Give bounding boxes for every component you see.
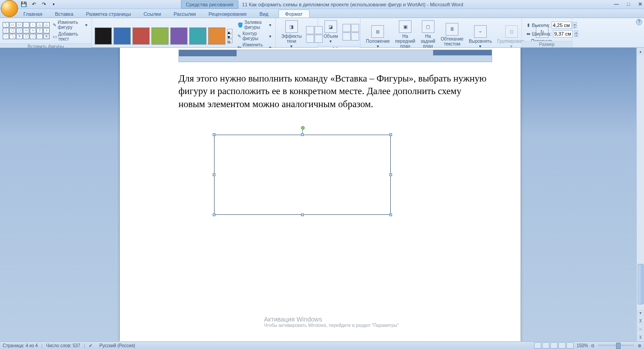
scroll-up-icon[interactable]: ▴ xyxy=(637,48,644,55)
next-page-icon[interactable]: ⊻ xyxy=(637,334,644,341)
swatch-black[interactable] xyxy=(95,27,112,45)
shape-fill-button[interactable]: 🪣 Заливка фигуры ▾ xyxy=(236,19,273,30)
edit-shape-button[interactable]: ✎ Изменить фигуру ▾ xyxy=(51,19,89,30)
wrap-icon: ≣ xyxy=(446,23,458,36)
ribbon: ? ╲▭▭○○△△ ◇⬠⬡⇨⇦⇧⇩ 〰╲↯⬠⬡○▾ ✎ Изменить фиг… xyxy=(0,18,644,48)
paragraph-text: Для этого нужно выполнить команду «Встав… xyxy=(178,72,489,110)
selected-shape[interactable] xyxy=(212,129,393,217)
vertical-scrollbar[interactable]: ▴ ▾ ⊼ ○ ⊻ xyxy=(636,48,644,341)
close-button[interactable]: ✕ xyxy=(638,1,642,7)
view-outline[interactable] xyxy=(558,342,566,349)
shape-outline-button[interactable]: ✎ Контур фигуры ▾ xyxy=(236,31,273,41)
tab-references[interactable]: Ссылки xyxy=(137,10,168,18)
view-draft[interactable] xyxy=(566,342,574,349)
handle-n[interactable] xyxy=(301,133,304,136)
zoom-in-icon[interactable]: ⊕ xyxy=(638,343,641,348)
style-swatches[interactable]: ▴▾≡ xyxy=(95,27,233,45)
shapes-gallery[interactable]: ╲▭▭○○△△ ◇⬠⬡⇨⇦⇧⇩ 〰╲↯⬠⬡○▾ xyxy=(3,22,50,39)
width-label: Ширина: xyxy=(532,31,552,36)
titlebar: 💾 ↶ ↷ ▾ Средства рисования 11 Как оформи… xyxy=(0,0,644,9)
zoom-out-icon[interactable]: ⊖ xyxy=(591,343,594,348)
group-size: Размер xyxy=(522,41,572,47)
activation-watermark: Активация Windows Чтобы активировать Win… xyxy=(264,316,399,328)
context-tab-label: Средства рисования xyxy=(181,0,238,9)
tab-insert[interactable]: Вставка xyxy=(49,10,80,18)
handle-nw[interactable] xyxy=(213,133,215,136)
handle-sw[interactable] xyxy=(213,213,215,216)
ribbon-tabs: Главная Вставка Разметка страницы Ссылки… xyxy=(0,9,644,18)
swatch-blue[interactable] xyxy=(114,27,131,45)
document-title: 11 Как оформить схемы в дипломном проект… xyxy=(242,2,463,7)
page-indicator[interactable]: Страница: 4 из 4 xyxy=(3,343,38,348)
statusbar: Страница: 4 из 4 | Число слов: 537 | ✔ Р… xyxy=(0,341,644,349)
width-input[interactable] xyxy=(553,30,573,37)
prev-page-icon[interactable]: ⊼ xyxy=(637,317,644,325)
swatch-teal[interactable] xyxy=(189,27,206,45)
align-button[interactable]: ⫟Выровнять ▾ xyxy=(466,24,494,50)
swatch-red[interactable] xyxy=(132,27,150,45)
scroll-thumb[interactable] xyxy=(638,264,644,304)
align-icon: ⫟ xyxy=(474,25,487,38)
browse-object-icon[interactable]: ○ xyxy=(637,326,644,333)
view-print-layout[interactable] xyxy=(534,342,541,349)
group-icon: ⊡ xyxy=(505,25,518,38)
3d-effects-button[interactable]: ◪ Объем ▾ xyxy=(321,19,341,45)
language-indicator[interactable]: Русский (Россия) xyxy=(100,343,135,348)
embedded-screenshot xyxy=(178,50,492,62)
tab-format[interactable]: Формат xyxy=(279,9,310,18)
height-spinner[interactable]: ▴▾ xyxy=(573,22,577,28)
help-icon[interactable]: ? xyxy=(636,19,642,25)
back-icon: ▢ xyxy=(422,20,434,33)
undo-icon[interactable]: ↶ xyxy=(30,0,38,9)
tab-view[interactable]: Вид xyxy=(253,10,275,18)
height-input[interactable] xyxy=(552,22,571,29)
shadow-effects-button[interactable]: ◨ Эффекты тени ▾ xyxy=(279,19,304,50)
tab-home[interactable]: Главная xyxy=(17,10,49,18)
swatch-purple[interactable] xyxy=(170,27,187,45)
zoom-slider[interactable] xyxy=(598,344,634,346)
rectangle-shape[interactable] xyxy=(214,135,391,215)
width-spinner[interactable]: ▴▾ xyxy=(574,31,578,37)
page[interactable]: Для этого нужно выполнить команду «Встав… xyxy=(120,48,521,341)
maximize-button[interactable]: □ xyxy=(627,1,630,7)
zoom-level[interactable]: 150% xyxy=(576,343,588,348)
swatch-orange[interactable] xyxy=(208,27,225,45)
swatch-green[interactable] xyxy=(151,27,169,45)
handle-s[interactable] xyxy=(301,213,304,216)
scroll-down-icon[interactable]: ▾ xyxy=(637,309,644,317)
position-icon: ⊞ xyxy=(371,25,384,38)
handle-ne[interactable] xyxy=(389,133,392,136)
position-button[interactable]: ⊞Положение ▾ xyxy=(363,24,393,50)
quick-access-toolbar: 💾 ↶ ↷ ▾ xyxy=(20,0,58,9)
front-icon: ▣ xyxy=(399,20,411,33)
handle-e[interactable] xyxy=(389,173,392,176)
view-full-screen[interactable] xyxy=(542,342,549,349)
add-text-button[interactable]: ▭ Добавить текст xyxy=(51,31,89,42)
rotation-handle[interactable] xyxy=(301,126,305,130)
redo-icon[interactable]: ↷ xyxy=(40,0,48,9)
view-web[interactable] xyxy=(550,342,557,349)
document-area: Для этого нужно выполнить команду «Встав… xyxy=(0,48,644,341)
minimize-button[interactable]: — xyxy=(614,1,619,7)
qat-more-icon[interactable]: ▾ xyxy=(50,0,58,9)
tab-review[interactable]: Рецензирование xyxy=(202,10,253,18)
handle-se[interactable] xyxy=(389,213,392,216)
3d-tilt[interactable] xyxy=(343,24,359,41)
tab-mailings[interactable]: Рассылки xyxy=(167,10,202,18)
shadow-icon: ◨ xyxy=(285,20,298,33)
cube-icon: ◪ xyxy=(324,20,337,33)
save-icon[interactable]: 💾 xyxy=(20,0,28,9)
tab-layout[interactable]: Разметка страницы xyxy=(80,10,137,18)
word-count[interactable]: Число слов: 537 xyxy=(46,343,80,348)
handle-w[interactable] xyxy=(213,173,215,176)
office-button[interactable] xyxy=(1,0,18,17)
height-label: Высота: xyxy=(532,23,550,28)
style-more-icon[interactable]: ▴▾≡ xyxy=(227,27,233,45)
proofing-icon[interactable]: ✔ xyxy=(89,343,92,348)
